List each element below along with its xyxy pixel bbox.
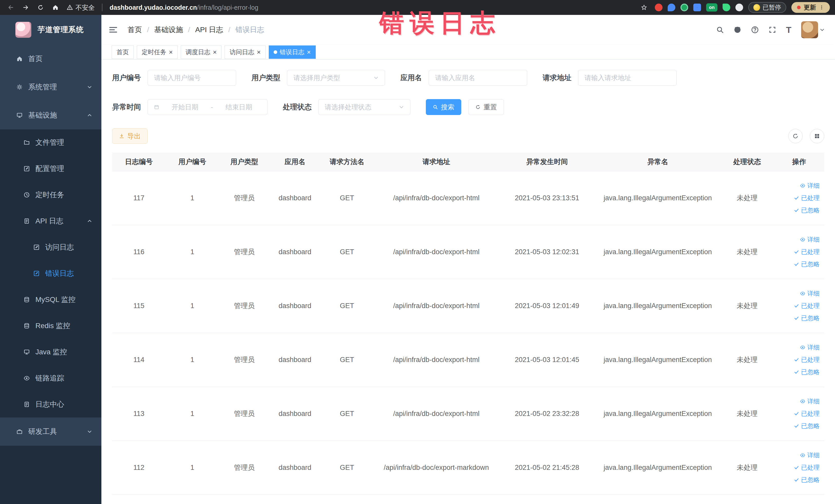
monitor-icon bbox=[24, 349, 30, 355]
browser-chrome: 不安全 dashboard.yudao.iocoder.cn/infra/log… bbox=[0, 0, 835, 15]
close-icon[interactable]: × bbox=[307, 49, 311, 56]
sidebar-item-mysql-monitor[interactable]: MySQL 监控 bbox=[0, 286, 101, 313]
url-path: /infra/log/api-error-log bbox=[197, 4, 258, 11]
sidebar-item-dev-tools[interactable]: 研发工具 bbox=[0, 418, 101, 446]
sidebar-item-redis-monitor[interactable]: Redis 监控 bbox=[0, 313, 101, 339]
clock-icon bbox=[24, 192, 30, 198]
sidebar-item-api-logs[interactable]: API 日志 bbox=[0, 208, 101, 234]
mark-processed-link[interactable]: 已处理 bbox=[794, 302, 820, 310]
header-search-icon[interactable] bbox=[716, 26, 724, 34]
user-type-select[interactable]: 请选择用户类型 bbox=[287, 70, 385, 86]
detail-link[interactable]: 详细 bbox=[800, 236, 820, 244]
browser-forward-icon[interactable] bbox=[20, 2, 31, 13]
breadcrumb-infrastructure[interactable]: 基础设施 bbox=[154, 25, 183, 35]
eye-icon bbox=[800, 345, 805, 350]
sidebar-item-java-monitor[interactable]: Java 监控 bbox=[0, 339, 101, 365]
col-actions: 操作 bbox=[774, 153, 824, 171]
mark-processed-link[interactable]: 已处理 bbox=[794, 194, 820, 202]
url-host: dashboard.yudao.iocoder.cn bbox=[109, 4, 197, 11]
mark-processed-link[interactable]: 已处理 bbox=[794, 356, 820, 364]
tab-access-log[interactable]: 访问日志 × bbox=[225, 45, 265, 59]
mark-processed-link[interactable]: 已处理 bbox=[794, 463, 820, 472]
user-id-input[interactable] bbox=[148, 70, 236, 86]
browser-back-icon[interactable] bbox=[5, 2, 16, 13]
extension-paused-badge[interactable]: 已暂停 bbox=[748, 2, 786, 13]
infrastructure-submenu: 文件管理 配置管理 定时任务 API 日志 访问日志 错误日志 bbox=[0, 129, 101, 418]
detail-link[interactable]: 详细 bbox=[800, 397, 820, 405]
mark-ignored-link[interactable]: 已忽略 bbox=[794, 476, 820, 484]
calendar-icon bbox=[154, 104, 159, 109]
sidebar-item-infrastructure[interactable]: 基础设施 bbox=[0, 101, 101, 129]
extension-icon-green[interactable] bbox=[680, 4, 688, 11]
sidebar-item-error-log[interactable]: 错误日志 bbox=[0, 260, 101, 286]
fullscreen-icon[interactable] bbox=[769, 26, 776, 34]
search-button[interactable]: 搜索 bbox=[426, 99, 461, 115]
close-icon[interactable]: × bbox=[213, 49, 217, 56]
browser-update-button[interactable]: 更新 bbox=[791, 2, 830, 13]
export-button[interactable]: 导出 bbox=[112, 128, 148, 144]
mark-ignored-link[interactable]: 已忽略 bbox=[794, 206, 820, 215]
column-settings-button[interactable] bbox=[810, 129, 824, 143]
site-security-chip[interactable]: 不安全 bbox=[67, 3, 95, 12]
tab-error-log[interactable]: 错误日志 × bbox=[269, 45, 316, 59]
extension-icon-leaf[interactable] bbox=[722, 4, 730, 11]
download-icon bbox=[119, 134, 124, 139]
chevron-down-icon bbox=[87, 429, 92, 434]
sidebar-item-log-center[interactable]: 日志中心 bbox=[0, 391, 101, 418]
help-icon[interactable] bbox=[751, 26, 759, 34]
process-status-select[interactable]: 请选择处理状态 bbox=[318, 99, 410, 115]
col-status: 处理状态 bbox=[720, 153, 774, 171]
breadcrumb-api-logs[interactable]: API 日志 bbox=[195, 25, 223, 35]
tab-home[interactable]: 首页 bbox=[111, 45, 134, 59]
address-bar[interactable]: dashboard.yudao.iocoder.cn/infra/log/api… bbox=[109, 4, 258, 11]
sidebar-empty-area bbox=[0, 446, 101, 504]
user-type-label: 用户类型 bbox=[251, 73, 280, 83]
extension-icon-drop[interactable] bbox=[668, 4, 675, 11]
exception-time-range-picker[interactable]: 开始日期 - 结束日期 bbox=[148, 99, 267, 115]
mark-processed-link[interactable]: 已处理 bbox=[794, 409, 820, 418]
mark-processed-link[interactable]: 已处理 bbox=[794, 248, 820, 256]
reset-button[interactable]: 重置 bbox=[468, 99, 504, 115]
briefcase-icon bbox=[16, 428, 23, 435]
sidebar-item-scheduled-jobs[interactable]: 定时任务 bbox=[0, 182, 101, 208]
mark-ignored-link[interactable]: 已忽略 bbox=[794, 368, 820, 376]
detail-link[interactable]: 详细 bbox=[800, 289, 820, 298]
extension-icon-paw[interactable] bbox=[735, 4, 743, 11]
close-icon[interactable]: × bbox=[257, 49, 261, 56]
breadcrumb-home[interactable]: 首页 bbox=[127, 25, 142, 35]
detail-link[interactable]: 详细 bbox=[800, 451, 820, 459]
app-logo[interactable]: 芋道管理系统 bbox=[0, 15, 101, 45]
chevron-up-icon bbox=[87, 219, 92, 224]
tab-scheduled-jobs[interactable]: 定时任务 × bbox=[137, 45, 178, 59]
mark-ignored-link[interactable]: 已忽略 bbox=[794, 260, 820, 268]
divider bbox=[102, 4, 102, 11]
close-icon[interactable]: × bbox=[169, 49, 173, 56]
tab-schedule-log[interactable]: 调度日志 × bbox=[181, 45, 222, 59]
user-menu[interactable] bbox=[801, 21, 825, 38]
sidebar-item-trace[interactable]: 链路追踪 bbox=[0, 365, 101, 391]
sidebar-item-home[interactable]: 首页 bbox=[0, 45, 101, 73]
github-icon[interactable] bbox=[734, 26, 741, 34]
browser-home-icon[interactable] bbox=[50, 2, 61, 13]
mark-ignored-link[interactable]: 已忽略 bbox=[794, 314, 820, 322]
sidebar-item-config-management[interactable]: 配置管理 bbox=[0, 156, 101, 182]
extension-icon-grid[interactable] bbox=[693, 4, 701, 11]
extension-icon-red[interactable] bbox=[655, 4, 663, 11]
sidebar-item-system-management[interactable]: 系统管理 bbox=[0, 73, 101, 101]
refresh-icon bbox=[475, 104, 481, 109]
detail-link[interactable]: 详细 bbox=[800, 343, 820, 351]
sidebar-item-access-log[interactable]: 访问日志 bbox=[0, 234, 101, 260]
logo-image bbox=[15, 22, 31, 38]
bookmark-star-icon[interactable] bbox=[638, 2, 650, 13]
detail-link[interactable]: 详细 bbox=[800, 182, 820, 190]
browser-reload-icon[interactable] bbox=[35, 2, 46, 13]
sidebar: 芋道管理系统 首页 系统管理 基础设施 文件管理 配置管理 bbox=[0, 15, 101, 504]
sidebar-item-file-management[interactable]: 文件管理 bbox=[0, 129, 101, 156]
hamburger-icon[interactable] bbox=[108, 25, 118, 35]
font-size-icon[interactable]: T bbox=[786, 25, 791, 35]
request-url-input[interactable] bbox=[578, 70, 677, 86]
mark-ignored-link[interactable]: 已忽略 bbox=[794, 422, 820, 430]
refresh-table-button[interactable] bbox=[788, 129, 803, 143]
extension-icon-on[interactable]: on bbox=[706, 3, 717, 12]
app-name-input[interactable] bbox=[429, 70, 527, 86]
